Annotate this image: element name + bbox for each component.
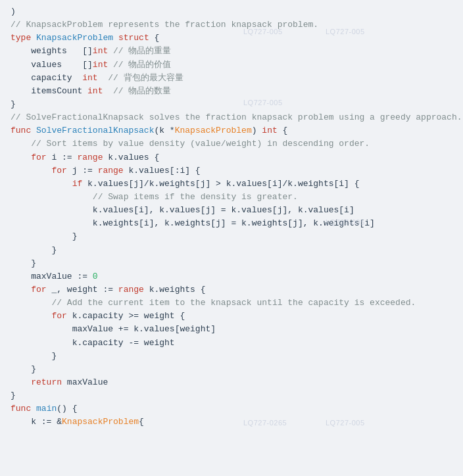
code-line: }	[0, 257, 463, 270]
code-line: for i := range k.values {	[0, 151, 463, 164]
code-line: )	[0, 5, 463, 18]
code-line: k.capacity -= weight	[0, 337, 463, 350]
code-line: return maxValue	[0, 376, 463, 389]
code-container: )// KnapsackProblem represents the fract…	[0, 0, 463, 476]
code-line: k := &KnapsackProblem{	[0, 416, 463, 429]
code-line: k.values[i], k.values[j] = k.values[j], …	[0, 204, 463, 217]
code-line: weights []int // 物品的重量	[0, 45, 463, 58]
code-line: k.weights[i], k.weights[j] = k.weights[j…	[0, 217, 463, 230]
code-line: func main() {	[0, 402, 463, 416]
code-line: maxValue += k.values[weight]	[0, 323, 463, 336]
code-line: maxValue := 0	[0, 270, 463, 283]
code-line: func SolveFractionalKnapsack(k *Knapsack…	[0, 124, 463, 137]
code-line: }	[0, 389, 463, 402]
code-line: // Sort items by value density (value/we…	[0, 137, 463, 151]
code-line: // Swap items if the density is greater.	[0, 191, 463, 204]
code-line: for k.capacity >= weight {	[0, 310, 463, 323]
code-line: // Add the current item to the knapsack …	[0, 297, 463, 310]
code-line: }	[0, 230, 463, 243]
code-line: type KnapsackProblem struct {	[0, 32, 463, 45]
code-line: }	[0, 244, 463, 257]
code-line: }	[0, 98, 463, 111]
code-line: if k.values[j]/k.weights[j] > k.values[i…	[0, 178, 463, 191]
code-line: }	[0, 350, 463, 363]
code-line: capacity int // 背包的最大容量	[0, 72, 463, 85]
code-line: itemsCount int // 物品的数量	[0, 85, 463, 98]
code-line: }	[0, 363, 463, 376]
code-line: for j := range k.values[:i] {	[0, 164, 463, 178]
code-line: // SolveFractionalKnapsack solves the fr…	[0, 111, 463, 124]
code-line: values []int // 物品的价值	[0, 59, 463, 72]
code-line: // KnapsackProblem represents the fracti…	[0, 18, 463, 32]
code-line: for _, weight := range k.weights {	[0, 283, 463, 297]
